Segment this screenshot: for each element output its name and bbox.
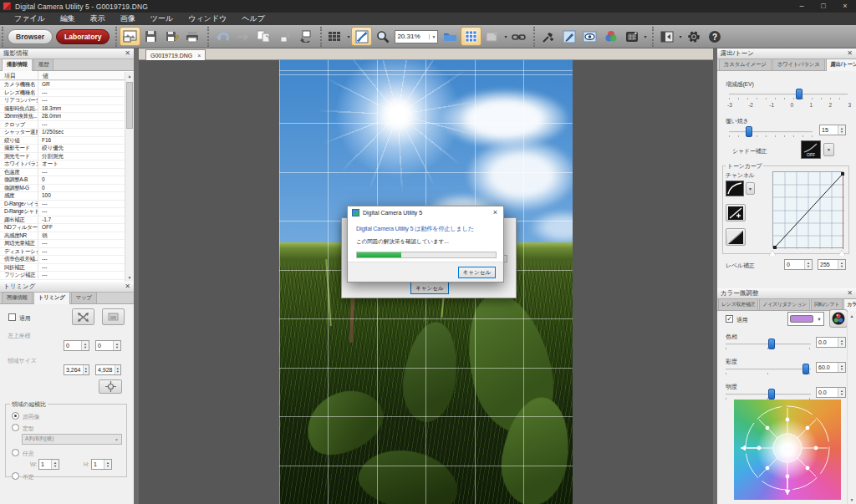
shooting-info-scrollbar[interactable]: ▲ ▼ xyxy=(125,72,134,282)
print-icon[interactable] xyxy=(182,27,203,46)
image-view-icon[interactable] xyxy=(120,27,140,46)
preview-dropdown-icon[interactable]: ▾ xyxy=(502,33,508,39)
lightness-slider[interactable] xyxy=(726,389,811,400)
minimize-icon[interactable]: – xyxy=(791,0,813,13)
dodge-slider[interactable] xyxy=(729,126,813,138)
maximize-icon[interactable]: □ xyxy=(813,0,834,13)
preview-window-icon[interactable] xyxy=(482,27,502,46)
zoom-level-select[interactable]: 20.31%▼ xyxy=(395,30,438,43)
menu-item[interactable]: ツール xyxy=(143,13,181,25)
lightness-spinner[interactable]: 0.0▲▼ xyxy=(816,387,846,398)
table-row[interactable]: 露出補正-1.7 xyxy=(0,216,125,225)
tab-history[interactable]: 履歴 xyxy=(33,59,54,70)
rotate-icon[interactable] xyxy=(295,27,316,46)
table-row[interactable]: 撮影モード絞り優先 xyxy=(0,145,125,153)
shadow-correction-button[interactable]: OFF xyxy=(801,140,821,159)
table-row[interactable]: 微調整A-B0 xyxy=(0,176,125,185)
table-row[interactable]: 周辺光量補正--- xyxy=(0,240,125,248)
table-row[interactable]: カメラ機種名GR xyxy=(0,81,125,89)
curve-black-point-handle[interactable] xyxy=(769,250,776,256)
color-panel-scrollbar[interactable]: ▲ ▼ xyxy=(847,312,856,504)
h-spinner[interactable]: 1▲▼ xyxy=(91,459,112,470)
w-spinner[interactable]: 1▲▼ xyxy=(38,459,59,470)
close-icon[interactable]: × xyxy=(834,0,856,13)
laboratory-button[interactable]: Laboratory xyxy=(56,29,110,44)
menu-item[interactable]: 編集 xyxy=(53,13,83,25)
undo-icon[interactable] xyxy=(211,27,232,46)
tab-lens-aberration[interactable]: レンズ収差補正 xyxy=(718,298,758,310)
table-row[interactable]: シャッター速度1/250sec xyxy=(0,129,125,137)
table-row[interactable]: フリンジ補正--- xyxy=(0,272,125,280)
tab-noise-reduction[interactable]: ノイズリダクション xyxy=(759,298,810,310)
redo-icon[interactable] xyxy=(232,27,253,46)
table-row[interactable]: 倍率色収差補...--- xyxy=(0,256,125,264)
tone-curve-area[interactable] xyxy=(772,171,843,248)
hue-slider[interactable] xyxy=(726,339,811,350)
camera-settings-dropdown-icon[interactable]: ▾ xyxy=(642,33,648,39)
table-row[interactable]: レンズ機種名--- xyxy=(0,89,125,98)
paste-settings-icon[interactable] xyxy=(274,27,295,46)
color-wheel[interactable] xyxy=(734,400,841,500)
tab-white-balance[interactable]: ホワイトバランス xyxy=(772,59,825,70)
table-row[interactable]: D-Rangeハイラ...--- xyxy=(0,201,125,209)
copy-settings-icon[interactable] xyxy=(253,27,274,46)
eye-preview-icon[interactable] xyxy=(579,27,600,46)
hue-slider-thumb[interactable] xyxy=(768,339,775,349)
level-max-spinner[interactable]: 255▲▼ xyxy=(818,259,846,270)
eyedropper-icon[interactable] xyxy=(538,27,558,46)
pen-edit-icon[interactable] xyxy=(558,27,579,46)
level-min-spinner[interactable]: 0▲▼ xyxy=(784,259,813,270)
radio-preset[interactable] xyxy=(12,424,19,431)
saturation-slider[interactable] xyxy=(726,364,811,375)
hue-spinner[interactable]: 0.0▲▼ xyxy=(816,337,846,348)
color-wheel-picker-button[interactable] xyxy=(829,309,848,328)
table-row[interactable]: ホワイトバランスオート xyxy=(0,160,125,169)
channel-button[interactable] xyxy=(726,181,744,196)
dialog-close-icon[interactable]: × xyxy=(493,208,499,216)
color-adjust-close-icon[interactable]: ✕ xyxy=(847,288,853,298)
shooting-info-close-icon[interactable]: ✕ xyxy=(125,48,130,59)
channel-dropdown-icon[interactable]: ▼ xyxy=(746,182,755,195)
table-row[interactable]: 微調整M-G0 xyxy=(0,185,125,193)
menu-item[interactable]: ファイル xyxy=(7,13,53,25)
menu-item[interactable]: 画像 xyxy=(113,13,143,25)
tab-map[interactable]: マップ xyxy=(71,292,97,303)
table-row[interactable]: 撮影時焦点距...18.3mm xyxy=(0,105,125,114)
menu-item[interactable]: 表示 xyxy=(83,13,113,25)
radio-custom[interactable] xyxy=(12,449,19,456)
panel-toggle-dropdown-icon[interactable]: ▾ xyxy=(677,33,683,39)
scroll-down-icon[interactable]: ▼ xyxy=(848,496,856,504)
trimming-close-icon[interactable]: ✕ xyxy=(125,282,130,292)
link-icon[interactable] xyxy=(508,27,529,46)
table-row[interactable]: 回折補正--- xyxy=(0,264,125,272)
topleft-x-spinner[interactable]: 0▲▼ xyxy=(64,340,89,351)
document-tab-close-icon[interactable]: × xyxy=(197,53,201,59)
curve-invert-button[interactable] xyxy=(726,228,746,246)
saturation-spinner[interactable]: 60.0▲▼ xyxy=(816,362,846,373)
zoom-icon[interactable] xyxy=(372,27,393,46)
ev-slider-thumb[interactable] xyxy=(796,89,802,99)
color-profile-icon[interactable] xyxy=(600,27,621,46)
tab-rotate-shift[interactable]: 回転/シフト xyxy=(811,298,843,310)
browser-button[interactable]: Browser xyxy=(8,29,53,44)
table-row[interactable]: D-Rangeシャド...--- xyxy=(0,208,125,216)
tab-shooting-info[interactable]: 撮影情報 xyxy=(2,59,33,71)
center-crop-button[interactable] xyxy=(99,379,122,394)
dodge-spinner[interactable]: 15▲▼ xyxy=(819,125,846,135)
menu-item[interactable]: ウィンドウ xyxy=(181,13,234,25)
color-apply-checkbox[interactable]: ✓ xyxy=(726,315,733,323)
trimming-apply-checkbox[interactable] xyxy=(8,313,16,321)
size-width-spinner[interactable]: 3,264▲▼ xyxy=(64,364,89,375)
dialog-cancel-button[interactable]: キャンセル xyxy=(458,267,496,278)
scroll-up-icon[interactable]: ▲ xyxy=(848,312,856,320)
color-swatch-select[interactable]: ▼ xyxy=(787,312,824,326)
radio-free[interactable] xyxy=(12,472,19,480)
folder-icon[interactable] xyxy=(440,27,461,46)
table-row[interactable]: 感度100 xyxy=(0,192,125,201)
saturation-slider-thumb[interactable] xyxy=(802,364,809,374)
tab-custom-image[interactable]: カスタムイメージ xyxy=(719,59,772,70)
table-row[interactable]: ディストーション...--- xyxy=(0,248,125,257)
preset-select[interactable]: A判/B判(横)▼ xyxy=(22,434,122,445)
gear-icon[interactable] xyxy=(683,27,704,46)
table-row[interactable]: 絞り値F16 xyxy=(0,137,125,145)
